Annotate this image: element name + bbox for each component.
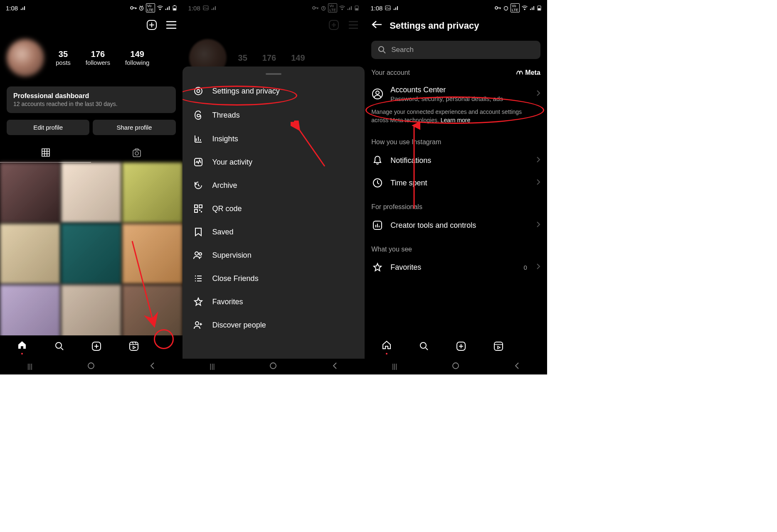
bottom-nav [0,335,183,359]
menu-discover-people[interactable]: Discover people [183,313,365,337]
drag-handle[interactable] [266,73,281,75]
home-button[interactable] [452,362,459,371]
chevron-right-icon [536,156,540,165]
status-icons: VoLTE [495,3,541,12]
section-for-professionals: For professionals [365,200,547,214]
menu-insights[interactable]: Insights [183,127,365,150]
status-icons: VoLTE [130,3,177,12]
svg-point-35 [379,47,384,52]
edit-profile-button[interactable]: Edit profile [7,120,89,135]
menu-bottom-sheet: Settings and privacy Threads Insights Yo… [183,66,365,359]
star-icon [192,297,204,307]
menu-qr-code[interactable]: QR code [183,197,365,220]
recents-button[interactable]: ||| [210,363,215,370]
row-accounts-center[interactable]: Accounts Center Password, security, pers… [365,80,547,108]
menu-close-friends[interactable]: Close Friends [183,267,365,290]
android-nav: ||| [183,359,365,374]
search-input[interactable]: Search [371,41,540,59]
svg-rect-3 [174,5,175,6]
svg-point-11 [88,363,94,369]
accounts-center-hint: Manage your connected experiences and ac… [365,108,547,135]
status-time: 1:08 [370,5,382,12]
phone-screen-settings: 1:08 VoLTE Settings and privacy Search Y… [365,0,547,374]
menu-archive[interactable]: Archive [183,174,365,197]
menu-label: Threads [212,111,240,120]
recents-button[interactable]: ||| [392,363,397,370]
stat-posts[interactable]: 35 posts [56,49,71,66]
nav-create[interactable] [91,341,102,353]
svg-point-37 [376,91,379,94]
svg-rect-24 [195,209,197,212]
recents-button[interactable]: ||| [27,363,32,370]
chart-box-icon [371,220,384,231]
clock-icon [371,177,384,188]
professional-dashboard-card[interactable]: Professional dashboard 12 accounts reach… [7,86,176,113]
section-your-account: Your account Meta [365,66,547,80]
svg-point-31 [495,7,498,9]
post-thumb[interactable] [61,163,121,223]
home-button[interactable] [269,362,277,371]
home-button[interactable] [87,362,95,371]
add-person-icon [192,320,204,330]
row-time-spent[interactable]: Time spent [365,172,547,194]
svg-point-0 [131,7,133,9]
svg-point-28 [270,363,276,369]
svg-point-8 [56,342,62,348]
row-creator-tools[interactable]: Creator tools and controls [365,214,547,236]
menu-your-activity[interactable]: Your activity [183,150,365,174]
menu-label: Supervision [212,251,252,260]
svg-point-25 [195,252,198,255]
avatar[interactable] [7,39,44,76]
signal-bars-icon [530,5,535,10]
back-button[interactable] [514,362,520,371]
bookmark-icon [192,227,204,237]
menu-favorites[interactable]: Favorites [183,290,365,313]
learn-more-link[interactable]: Learn more [441,117,471,123]
share-profile-button[interactable]: Share profile [93,120,175,135]
menu-supervision[interactable]: Supervision [183,244,365,267]
back-arrow-button[interactable] [371,20,382,32]
battery-icon [537,5,541,11]
nav-search[interactable] [419,341,429,353]
section-what-you-see: What you see [365,242,547,256]
status-time: 1:08 [6,5,18,12]
chevron-right-icon [536,263,540,271]
stat-following[interactable]: 149 following [125,49,149,66]
post-thumb[interactable] [122,224,183,284]
post-thumb[interactable] [122,163,183,223]
svg-point-43 [453,363,459,369]
menu-saved[interactable]: Saved [183,220,365,244]
volte-icon: VoLTE [511,3,520,12]
signal-icon [393,5,399,10]
stat-followers[interactable]: 176 followers [86,49,110,66]
search-icon [378,46,386,54]
row-favorites[interactable]: Favorites 0 [365,256,547,274]
archive-icon [192,180,204,190]
menu-settings-and-privacy[interactable]: Settings and privacy [183,79,365,103]
alarm-icon [503,5,509,11]
meta-logo: Meta [516,69,540,76]
tab-tagged[interactable] [91,143,182,163]
post-thumb[interactable] [0,224,60,284]
nav-search[interactable] [54,341,65,353]
menu-label: Discover people [212,321,266,330]
nav-home[interactable] [381,340,392,355]
create-button[interactable] [146,19,158,31]
menu-label: Your activity [212,158,252,167]
nav-home[interactable] [17,340,27,355]
row-notifications[interactable]: Notifications [365,149,547,172]
post-thumb[interactable] [61,224,121,284]
tab-grid[interactable] [0,143,91,163]
post-thumb[interactable] [0,163,60,223]
menu-threads[interactable]: Threads [183,103,365,127]
nav-reels[interactable] [493,341,504,353]
post-grid [0,163,183,345]
nav-reels[interactable] [128,341,139,353]
back-button[interactable] [332,362,338,371]
nav-create[interactable] [456,341,466,353]
back-button[interactable] [149,362,155,371]
gear-icon [192,86,204,96]
menu-label: Saved [212,228,234,236]
wifi-icon [521,5,528,10]
menu-button[interactable] [166,20,177,30]
